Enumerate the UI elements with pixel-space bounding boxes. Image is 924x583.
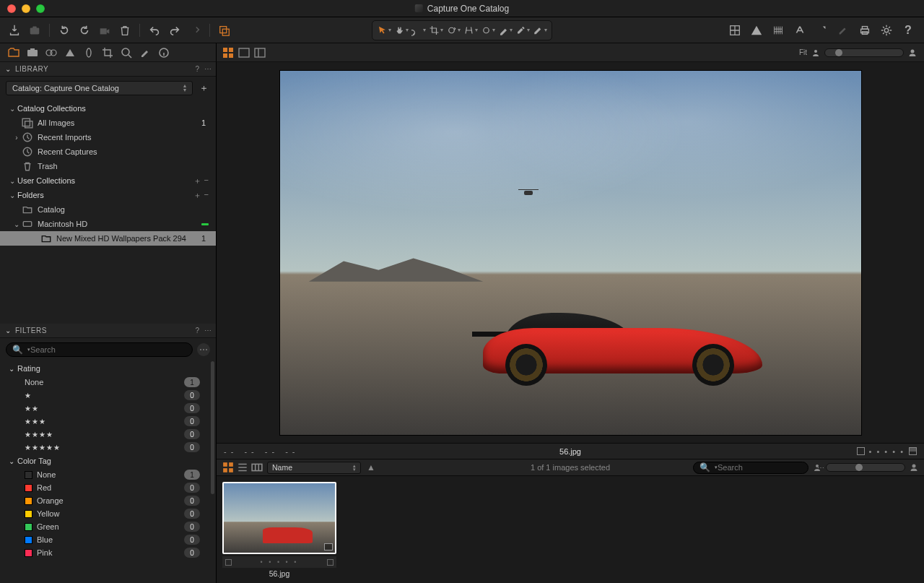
window-close-button[interactable] bbox=[7, 4, 16, 13]
rating-picker[interactable]: • • • • • bbox=[869, 447, 905, 456]
keystone-tool-icon[interactable]: ▾ bbox=[463, 23, 478, 38]
filter-rating-row[interactable]: None1 bbox=[0, 376, 216, 389]
grid-icon[interactable] bbox=[728, 23, 742, 38]
sort-direction-icon[interactable]: ▲ bbox=[365, 462, 377, 473]
zoom-fit-label[interactable]: Fit bbox=[799, 48, 807, 56]
rotate-left-icon[interactable] bbox=[57, 23, 71, 38]
settings-icon[interactable] bbox=[879, 23, 894, 38]
crop-tool-icon[interactable]: ▾ bbox=[429, 23, 443, 38]
browser-search-input[interactable] bbox=[718, 463, 817, 472]
filter-rating-row[interactable]: ★★★★★0 bbox=[0, 441, 216, 454]
filter-rating-row[interactable]: ★★★★0 bbox=[0, 428, 216, 441]
filter-color-row[interactable]: Pink0 bbox=[0, 546, 216, 559]
tree-recent-captures[interactable]: Recent Captures bbox=[0, 144, 216, 159]
viewer-primary-icon[interactable] bbox=[238, 47, 250, 59]
add-catalog-button[interactable]: ＋ bbox=[197, 82, 210, 95]
edit-icon[interactable] bbox=[836, 23, 850, 38]
catalog-selector[interactable]: Catalog: Capture One Catalog ▴▾ bbox=[6, 81, 193, 95]
filter-rating-row[interactable]: ★★0 bbox=[0, 402, 216, 415]
rotate-right-icon[interactable] bbox=[77, 23, 92, 38]
thumb-color-tag[interactable] bbox=[225, 559, 232, 566]
loupe-tool-icon[interactable]: ▾ bbox=[411, 23, 426, 38]
panel-help-icon[interactable]: ? bbox=[195, 65, 199, 73]
filter-rating-row[interactable]: ★0 bbox=[0, 389, 216, 402]
help-icon[interactable]: ? bbox=[901, 23, 915, 38]
undo-icon[interactable] bbox=[147, 23, 162, 38]
section-user-collections[interactable]: ⌄User Collections＋− bbox=[0, 173, 216, 188]
viewer-multi-icon[interactable] bbox=[222, 47, 234, 59]
filter-search-box[interactable]: 🔍▾ bbox=[6, 342, 193, 357]
print-icon[interactable] bbox=[858, 23, 872, 38]
filter-color-row[interactable]: Green0 bbox=[0, 520, 216, 533]
redo-icon[interactable] bbox=[188, 23, 202, 38]
metadata-tab-icon[interactable] bbox=[157, 46, 170, 59]
tree-trash[interactable]: Trash bbox=[0, 159, 216, 173]
filter-search-input[interactable] bbox=[30, 345, 186, 354]
details-tab-icon[interactable] bbox=[120, 46, 133, 59]
window-zoom-button[interactable] bbox=[36, 4, 45, 13]
library-panel-header[interactable]: ⌄ Library ?⋯ bbox=[0, 62, 216, 77]
sort-selector[interactable]: Name ▴▾ bbox=[267, 462, 361, 474]
capture-tab-icon[interactable] bbox=[26, 46, 39, 59]
browser-filmstrip-icon[interactable] bbox=[251, 462, 263, 473]
filters-help-icon[interactable]: ? bbox=[195, 327, 199, 334]
tree-macintosh-hd[interactable]: ⌄Macintosh HD bbox=[0, 217, 216, 231]
library-tab-icon[interactable] bbox=[7, 46, 20, 59]
section-folders[interactable]: ⌄Folders＋− bbox=[0, 188, 216, 202]
text-tool-icon[interactable] bbox=[793, 23, 807, 38]
adjustments-tab-icon[interactable] bbox=[139, 46, 152, 59]
spot-tool-icon[interactable]: ▾ bbox=[481, 23, 495, 38]
eyedropper-tool-icon[interactable]: ▾ bbox=[515, 23, 530, 38]
section-catalog-collections[interactable]: ⌄Catalog Collections bbox=[0, 101, 216, 116]
select-tool-icon[interactable]: ▾ bbox=[377, 23, 391, 38]
tree-all-images[interactable]: All Images1 bbox=[0, 116, 216, 130]
add-collection-icon[interactable]: ＋ bbox=[193, 176, 201, 186]
window-minimize-button[interactable] bbox=[22, 4, 30, 13]
tree-catalog-folder[interactable]: Catalog bbox=[0, 202, 216, 217]
browser-search-box[interactable]: 🔍▾ ⋯ bbox=[693, 462, 808, 474]
annotate-tool-icon[interactable]: ▾ bbox=[533, 23, 547, 38]
filter-color-row[interactable]: Blue0 bbox=[0, 533, 216, 546]
mask-tool-icon[interactable]: ▾ bbox=[498, 23, 513, 38]
remove-collection-icon[interactable]: − bbox=[204, 176, 209, 186]
trash-icon[interactable] bbox=[118, 23, 132, 38]
thumb-rating[interactable]: • • • • • bbox=[234, 558, 325, 566]
filter-color-row[interactable]: None1 bbox=[0, 468, 216, 481]
levels-icon[interactable] bbox=[771, 23, 785, 38]
viewer-proof-icon[interactable] bbox=[254, 47, 266, 59]
filter-rating-row[interactable]: ★★★0 bbox=[0, 415, 216, 428]
filter-color-row[interactable]: Red0 bbox=[0, 481, 216, 494]
crop-tab-icon[interactable] bbox=[101, 46, 114, 59]
filter-color-row[interactable]: Yellow0 bbox=[0, 507, 216, 520]
image-viewer[interactable] bbox=[217, 62, 924, 443]
filter-section-color[interactable]: ⌄Color Tag bbox=[0, 454, 216, 468]
auto-adjust-icon[interactable] bbox=[217, 23, 232, 38]
exposure-tab-icon[interactable] bbox=[82, 46, 95, 59]
reset-icon[interactable] bbox=[167, 23, 182, 38]
filters-panel-header[interactable]: ⌄ Filters ?⋯ bbox=[0, 324, 216, 338]
zoom-slider[interactable] bbox=[824, 48, 904, 57]
color-tab-icon[interactable] bbox=[64, 46, 77, 59]
remove-folder-icon[interactable]: − bbox=[204, 190, 209, 201]
browser-grid-icon[interactable] bbox=[222, 462, 234, 473]
variant-icon[interactable] bbox=[909, 447, 917, 455]
filter-section-rating[interactable]: ⌄Rating bbox=[0, 361, 216, 376]
tree-selected-folder[interactable]: New Mixed HD Wallpapers Pack 2941 bbox=[0, 231, 216, 246]
panel-menu-icon[interactable]: ⋯ bbox=[204, 65, 212, 73]
capture-icon[interactable] bbox=[27, 23, 42, 38]
export-icon[interactable] bbox=[814, 23, 829, 38]
lens-tab-icon[interactable] bbox=[45, 46, 58, 59]
import-icon[interactable] bbox=[7, 23, 22, 38]
filter-search-options[interactable]: ⋯ bbox=[197, 343, 210, 356]
filter-color-row[interactable]: Orange0 bbox=[0, 494, 216, 507]
filters-menu-icon[interactable]: ⋯ bbox=[204, 327, 212, 334]
thumb-size-slider[interactable] bbox=[826, 463, 905, 472]
tree-recent-imports[interactable]: ›Recent Imports bbox=[0, 130, 216, 144]
rotate-tool-icon[interactable]: ▾ bbox=[446, 23, 461, 38]
browser-list-icon[interactable] bbox=[237, 462, 248, 473]
thumbnail[interactable]: • • • • • 56.jpg bbox=[222, 482, 336, 578]
warning-icon[interactable] bbox=[749, 23, 764, 38]
pan-tool-icon[interactable]: ▾ bbox=[394, 23, 409, 38]
process-icon[interactable] bbox=[97, 23, 112, 38]
add-folder-icon[interactable]: ＋ bbox=[193, 190, 201, 201]
